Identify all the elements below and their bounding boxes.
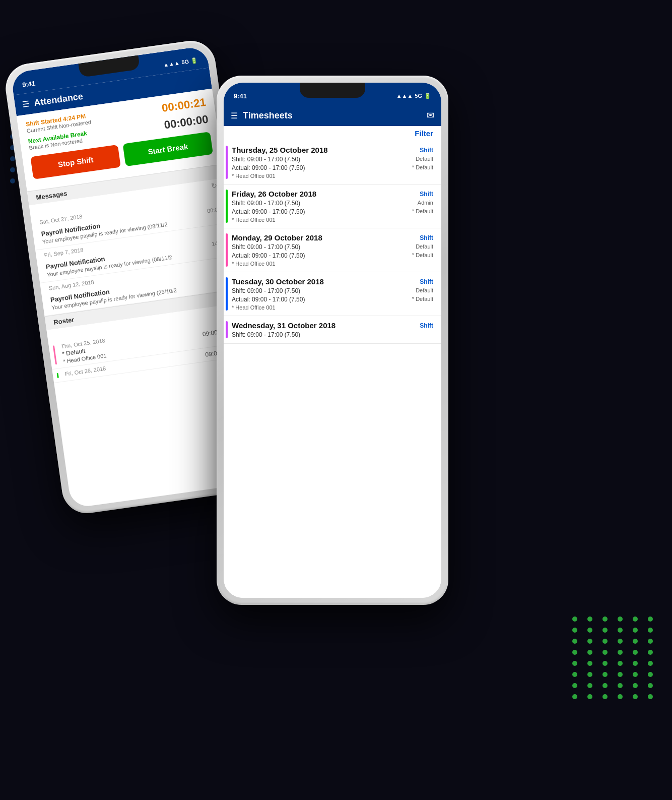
day3-header: Monday, 29 October 2018 Shift [232, 233, 441, 242]
day2-shift-tag: Admin [418, 200, 433, 207]
timesheet-day-2[interactable]: Friday, 26 October 2018 Shift Shift: 09:… [224, 184, 441, 228]
day3-location: * Head Office 001 [232, 261, 441, 267]
day4-shift-tag: Default [416, 287, 433, 294]
signal-icon-2: ▲▲▲ [396, 93, 413, 99]
day3-title: Monday, 29 October 2018 [232, 233, 322, 242]
network-type-2: 5G [415, 93, 422, 99]
filter-button[interactable]: Filter [415, 129, 433, 138]
signal-icon: ▲▲▲ [163, 59, 180, 68]
day2-actual-row: Actual: 09:00 - 17:00 (7.50) * Default [232, 208, 441, 215]
day1-actual-tag: * Default [412, 164, 433, 171]
day1-actual-info: Actual: 09:00 - 17:00 (7.50) [232, 164, 305, 171]
timesheets-content: Filter Thursday, 25 October 2018 Shift S… [224, 126, 441, 598]
day1-title: Thursday, 25 October 2018 [232, 146, 328, 154]
hamburger-icon[interactable]: ☰ [21, 99, 30, 109]
phone2-nav-bar: ☰ Timesheets ✉ [224, 105, 441, 126]
day3-shift-info: Shift: 09:00 - 17:00 (7.50) [232, 243, 300, 251]
phone2-time: 9:41 [234, 92, 247, 100]
day5-header: Wednesday, 31 October 2018 Shift [232, 321, 441, 330]
scene: 9:41 ▲▲▲ 5G 🔋 ☰ Attendance [0, 0, 672, 800]
roster-date-2: Fri, Oct 26, 2018 [60, 365, 106, 379]
day1-location: * Head Office 001 [232, 173, 441, 179]
day2-title: Friday, 26 October 2018 [232, 190, 316, 198]
phone1-time: 9:41 [22, 79, 36, 88]
timesheet-day-5[interactable]: Wednesday, 31 October 2018 Shift Shift: … [224, 316, 441, 344]
day3-shift-tag: Default [416, 243, 433, 251]
phone2: 9:41 ▲▲▲ 5G 🔋 ☰ Timesheets ✉ [217, 76, 448, 605]
day2-shift-row: Shift: 09:00 - 17:00 (7.50) Admin [232, 200, 441, 207]
day5-shift-info: Shift: 09:00 - 17:00 (7.50) [232, 331, 300, 338]
day1-actual-row: Actual: 09:00 - 17:00 (7.50) * Default [232, 164, 441, 171]
phone2-notch [300, 83, 365, 98]
network-type: 5G [181, 58, 189, 66]
day4-shift-info: Shift: 09:00 - 17:00 (7.50) [232, 287, 300, 294]
day3-actual-info: Actual: 09:00 - 17:00 (7.50) [232, 252, 305, 259]
phone1-status-icons: ▲▲▲ 5G 🔋 [163, 57, 198, 69]
day3-actual-row: Actual: 09:00 - 17:00 (7.50) * Default [232, 252, 441, 259]
timesheet-day-1[interactable]: Thursday, 25 October 2018 Shift Shift: 0… [224, 141, 441, 184]
day2-actual-tag: * Default [412, 208, 433, 215]
day4-actual-tag: * Default [412, 296, 433, 303]
break-left: Next Available Break Break is Non-roster… [28, 130, 88, 151]
day5-shift-label: Shift [420, 322, 433, 329]
shift-timer: 00:00:21 [161, 96, 207, 115]
day2-location: * Head Office 001 [232, 217, 441, 223]
timesheet-day-4[interactable]: Tuesday, 30 October 2018 Shift Shift: 09… [224, 272, 441, 316]
day2-header: Friday, 26 October 2018 Shift [232, 190, 441, 198]
day1-shift-tag: Default [416, 156, 433, 163]
filter-bar: Filter [224, 126, 441, 141]
day4-location: * Head Office 001 [232, 304, 441, 311]
day1-shift-label: Shift [420, 147, 433, 154]
day5-title: Wednesday, 31 October 2018 [232, 321, 335, 330]
day1-header: Thursday, 25 October 2018 Shift [232, 146, 441, 154]
phone2-hamburger-icon[interactable]: ☰ [231, 111, 238, 120]
battery-icon: 🔋 [190, 57, 198, 65]
phone2-status-icons: ▲▲▲ 5G 🔋 [396, 93, 431, 99]
day4-shift-row: Shift: 09:00 - 17:00 (7.50) Default [232, 287, 441, 294]
break-timer: 00:00:00 [163, 113, 209, 132]
day2-actual-info: Actual: 09:00 - 17:00 (7.50) [232, 208, 305, 215]
phone2-nav-right: ✉ [427, 110, 434, 121]
day1-shift-row: Shift: 09:00 - 17:00 (7.50) Default [232, 156, 441, 163]
day5-shift-row: Shift: 09:00 - 17:00 (7.50) [232, 331, 441, 338]
day4-title: Tuesday, 30 October 2018 [232, 277, 324, 286]
day2-shift-info: Shift: 09:00 - 17:00 (7.50) [232, 200, 300, 207]
day4-shift-label: Shift [420, 278, 433, 285]
phone2-shell: 9:41 ▲▲▲ 5G 🔋 ☰ Timesheets ✉ [217, 76, 448, 605]
battery-icon-2: 🔋 [424, 93, 431, 99]
day2-shift-label: Shift [420, 191, 433, 198]
day1-shift-info: Shift: 09:00 - 17:00 (7.50) [232, 156, 300, 163]
phone1-nav-title: Attendance [33, 91, 84, 108]
day3-shift-label: Shift [420, 234, 433, 241]
phone2-screen: 9:41 ▲▲▲ 5G 🔋 ☰ Timesheets ✉ [224, 83, 441, 598]
stop-shift-button[interactable]: Stop Shift [30, 145, 121, 179]
day4-actual-info: Actual: 09:00 - 17:00 (7.50) [232, 296, 305, 303]
day4-actual-row: Actual: 09:00 - 17:00 (7.50) * Default [232, 296, 441, 303]
mail-icon[interactable]: ✉ [427, 110, 434, 120]
day3-shift-row: Shift: 09:00 - 17:00 (7.50) Default [232, 243, 441, 251]
day3-actual-tag: * Default [412, 252, 433, 259]
timesheet-day-3[interactable]: Monday, 29 October 2018 Shift Shift: 09:… [224, 228, 441, 272]
start-break-button[interactable]: Start Break [122, 132, 213, 166]
phone2-nav-title: Timesheets [243, 110, 293, 121]
day4-header: Tuesday, 30 October 2018 Shift [232, 277, 441, 286]
